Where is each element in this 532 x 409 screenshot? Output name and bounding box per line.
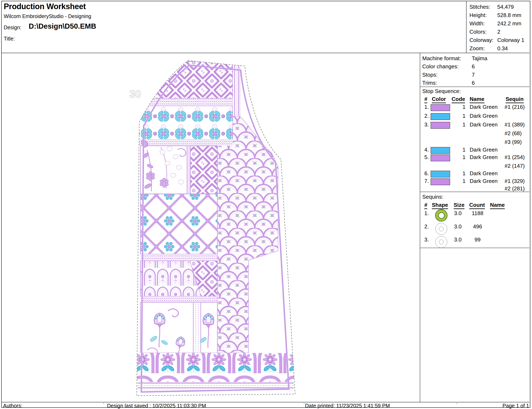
scale-pattern-panel (217, 116, 278, 353)
title-label: Title: (4, 36, 15, 42)
seq-col-shape: Shape (432, 202, 448, 209)
color-changes-value: 6 (472, 63, 475, 70)
stops-label: Stops: (422, 72, 438, 78)
last-saved-text: Design last saved : 10/2/2025 11:03:30 P… (107, 403, 206, 409)
color-swatch (431, 113, 450, 120)
panel-divider-strip (187, 146, 190, 194)
bottom-arch-border (137, 353, 295, 382)
color-swatch (431, 178, 450, 185)
row-num: 4. (424, 146, 429, 153)
color-swatch (431, 147, 450, 154)
row-code: 1 (453, 154, 466, 161)
design-path: D:\Design\D50.EMB (29, 22, 96, 30)
machine-format-value: Tajima (472, 55, 487, 62)
footer-tick (103, 402, 104, 404)
trims-label: Trims: (422, 80, 437, 86)
row-code: 1 (453, 146, 466, 153)
stats-box: Stitches: 54,479 Height: 528.8 mm Width:… (466, 1, 530, 53)
sequin-shape-green-donut-icon (435, 209, 447, 221)
stat-colorway: Colorway: Colorway 1 (469, 37, 530, 45)
row-sequin: #2 (147) (504, 163, 525, 169)
diagonal-quatrefoil-panel (190, 146, 217, 194)
footer-tick (304, 402, 304, 404)
stop-sequence-title: Stop Sequence: (422, 88, 461, 94)
stat-zoom: Zoom: 0.34 (469, 45, 530, 54)
color-changes-label: Color changes: (422, 63, 459, 70)
sequin-row-num: 2. (424, 223, 429, 230)
row-name: Dark Green (470, 178, 497, 184)
row-sequin: #1 (329) (504, 178, 525, 184)
row-num: 1. (424, 104, 429, 110)
seq-col-size: Size (454, 202, 465, 209)
color-swatch (431, 171, 450, 178)
row-num: 2. (424, 113, 429, 119)
border-band (139, 139, 233, 146)
stat-colors: Colors: 2 (469, 29, 530, 37)
lattice-band (141, 194, 217, 254)
color-swatch (431, 122, 450, 129)
row-sequin: #1 (216) (504, 104, 525, 110)
row-code: 1 (453, 104, 466, 110)
row-name: Dark Green (470, 121, 497, 128)
border-band (141, 297, 217, 302)
row-name: Dark Green (470, 154, 497, 161)
col-code: Code (452, 96, 465, 103)
trims-value: 6 (472, 80, 475, 86)
design-pattern-bands (137, 62, 295, 390)
row-name: Dark Green (470, 104, 497, 110)
row-sequin: #1 (254) (504, 154, 525, 161)
sequin-size: 3.0 (454, 236, 462, 243)
stat-width: Width: 242.2 mm (469, 20, 530, 29)
row-name: Dark Green (470, 146, 497, 153)
row-code: 1 (453, 170, 466, 177)
sequin-shape-white-donut-icon (435, 236, 447, 248)
stat-stitches: Stitches: 54,479 (469, 4, 530, 12)
sequin-count: 496 (466, 223, 490, 230)
border-band (141, 254, 217, 261)
row-sequin: #3 (99) (504, 139, 522, 145)
sequin-row-num: 3. (424, 236, 429, 243)
header-divider (1, 53, 530, 53)
color-swatch (431, 155, 450, 161)
sequin-shape-white-donut-icon (435, 223, 447, 235)
row-code: 1 (453, 178, 466, 184)
sequin-size: 3.0 (454, 210, 462, 217)
page-number: Page 1 of 1 (503, 403, 529, 409)
stat-height: Height: 528.8 mm (469, 12, 530, 20)
sequin-size: 3.0 (454, 223, 462, 230)
app-subtitle: Wilcom EmbroideryStudio - Designing (4, 13, 91, 19)
row-num: 7. (424, 178, 429, 184)
footer-tick (456, 402, 457, 404)
seq-col-name: Name (490, 202, 505, 209)
sequin-count: 1188 (466, 210, 490, 217)
embroidery-design-preview: 30 (2, 54, 420, 402)
hoop-size-label: 30 (129, 88, 141, 100)
row-name: Dark Green (470, 170, 497, 177)
design-label: Design: (4, 25, 21, 30)
color-swatch (431, 104, 450, 111)
row-code: 1 (453, 113, 466, 119)
machine-section-divider (420, 87, 530, 87)
production-worksheet-page: Production Worksheet Wilcom EmbroiderySt… (0, 0, 532, 409)
row-name: Dark Green (470, 113, 497, 119)
footer-divider (1, 402, 530, 402)
row-sequin: #1 (389) (504, 121, 525, 128)
panel-divider (420, 53, 420, 402)
sequin-count: 99 (466, 236, 490, 243)
row-num: 5. (424, 154, 429, 161)
col-num: # (424, 96, 427, 103)
seq-col-count: Count (469, 202, 485, 209)
row-num: 6. (424, 170, 429, 177)
row-sequin: #2 (281) (504, 185, 525, 192)
seq-col-num: # (424, 202, 427, 209)
sequins-section-divider (420, 248, 530, 248)
row-sequin: #2 (68) (504, 130, 522, 136)
col-sequin: Sequin (506, 96, 524, 103)
date-printed-text: Date printed: 11/23/2025 1:41:59 PM (305, 403, 390, 409)
machine-format-label: Machine format: (422, 55, 461, 62)
page-title: Production Worksheet (4, 2, 86, 11)
row-num: 3. (424, 121, 429, 128)
sequin-row-num: 1. (424, 210, 429, 217)
row-code: 1 (453, 121, 466, 128)
col-color: Color (432, 96, 446, 103)
